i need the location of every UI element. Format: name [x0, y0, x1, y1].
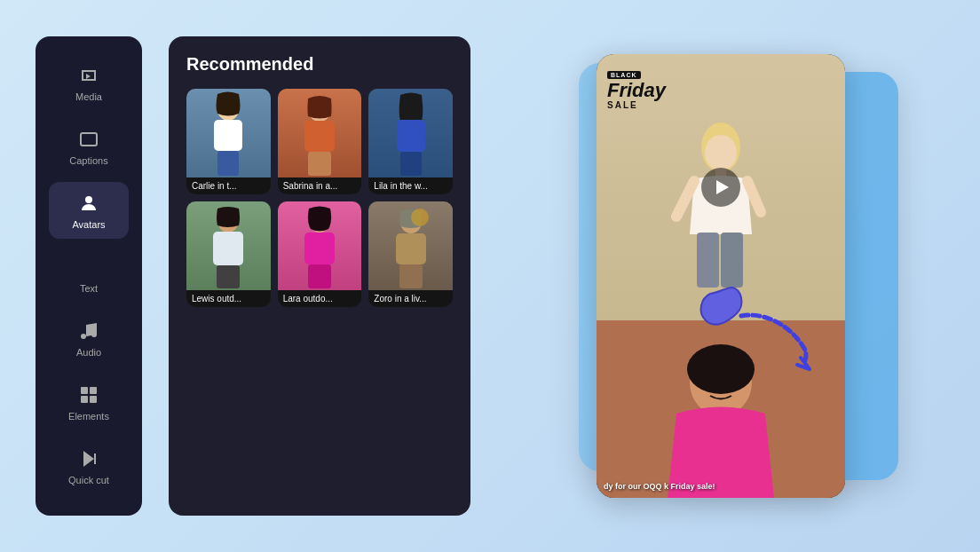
svg-rect-26	[399, 264, 423, 288]
captions-icon	[76, 127, 101, 152]
svg-rect-4	[81, 387, 88, 394]
svg-rect-17	[400, 152, 422, 176]
play-button[interactable]	[701, 168, 740, 207]
avatars-icon	[76, 191, 101, 216]
avatar-panel: Recommended Carlie in t...	[169, 36, 470, 516]
avatar-zoro-label: Zoro in a liv...	[368, 290, 453, 307]
avatar-card-lewis[interactable]: Lewis outd...	[186, 201, 271, 307]
quick-cut-icon	[76, 446, 101, 471]
svg-point-1	[85, 196, 92, 203]
friday-label: Friday	[607, 81, 666, 100]
main-container: Media Captions Avatars Text	[0, 0, 980, 552]
svg-rect-23	[308, 264, 331, 288]
svg-rect-16	[397, 120, 425, 152]
avatar-card-zoro[interactable]: Zoro in a liv...	[368, 201, 453, 307]
avatar-sabrina-image	[278, 89, 362, 177]
avatar-carlie-label: Carlie in t...	[186, 177, 271, 194]
sidebar-item-audio[interactable]: Audio	[49, 310, 129, 367]
svg-rect-25	[396, 233, 426, 264]
sidebar: Media Captions Avatars Text	[36, 36, 142, 516]
svg-point-3	[91, 332, 97, 337]
svg-rect-5	[90, 387, 97, 394]
svg-point-29	[705, 135, 737, 170]
svg-rect-7	[90, 396, 97, 403]
avatar-card-lila[interactable]: Lila in the w...	[368, 89, 453, 194]
avatar-card-carlie[interactable]: Carlie in t...	[186, 89, 271, 194]
svg-rect-20	[217, 265, 240, 288]
avatar-lara-label: Lara outdo...	[278, 290, 362, 307]
svg-rect-0	[81, 133, 97, 146]
preview-area: BLACK Friday SALE	[497, 54, 944, 498]
svg-rect-10	[214, 120, 242, 151]
subtitle-text: dy for our OQQ k Friday sale!	[604, 482, 838, 491]
audio-icon	[76, 319, 101, 343]
avatar-grid: Carlie in t... Sabrina in a...	[186, 89, 453, 307]
avatar-lewis-label: Lewis outd...	[186, 290, 271, 307]
svg-rect-19	[213, 232, 243, 265]
sidebar-item-text[interactable]: Text	[49, 246, 129, 303]
sidebar-item-captions[interactable]: Captions	[49, 118, 129, 175]
svg-rect-32	[721, 233, 743, 288]
svg-rect-6	[81, 396, 88, 403]
black-label: BLACK	[607, 71, 641, 79]
svg-point-2	[81, 334, 86, 339]
svg-rect-14	[308, 152, 331, 176]
sidebar-item-quick-cut[interactable]: Quick cut	[49, 438, 129, 494]
sidebar-item-elements[interactable]: Elements	[49, 374, 129, 430]
avatar-lila-label: Lila in the w...	[368, 177, 453, 194]
svg-point-27	[411, 209, 429, 226]
preview-card-stack: BLACK Friday SALE	[597, 54, 845, 498]
avatar-lila-image	[368, 89, 453, 177]
sidebar-item-media[interactable]: Media	[49, 54, 129, 111]
avatar-lara-image	[278, 201, 362, 290]
svg-rect-22	[304, 233, 335, 264]
avatar-card-lara[interactable]: Lara outdo...	[278, 201, 362, 307]
text-icon	[76, 255, 101, 280]
sale-label: SALE	[607, 100, 666, 110]
video-top-section: BLACK Friday SALE	[597, 54, 845, 320]
panel-title: Recommended	[186, 54, 453, 75]
sidebar-item-avatars[interactable]: Avatars	[49, 182, 129, 239]
media-icon	[76, 63, 101, 88]
main-video-content: BLACK Friday SALE	[597, 54, 845, 498]
avatar-lewis-image	[186, 201, 271, 290]
avatar-carlie-image	[186, 89, 271, 177]
preview-card-main[interactable]: BLACK Friday SALE	[597, 54, 845, 498]
elements-icon	[76, 382, 101, 407]
svg-rect-13	[304, 121, 335, 152]
black-friday-banner: BLACK Friday SALE	[607, 65, 666, 110]
avatar-card-sabrina[interactable]: Sabrina in a...	[278, 89, 362, 194]
arrow-decoration	[692, 285, 834, 391]
avatar-zoro-image	[368, 201, 453, 290]
svg-rect-31	[697, 233, 719, 288]
svg-rect-11	[217, 151, 239, 176]
avatar-sabrina-label: Sabrina in a...	[278, 177, 362, 194]
